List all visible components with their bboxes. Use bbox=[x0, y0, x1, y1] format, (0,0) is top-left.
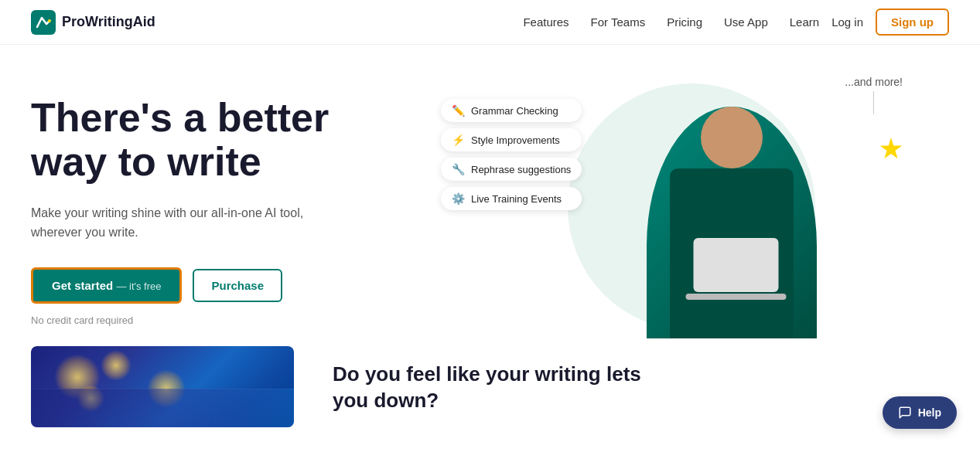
navbar: ProWritingAid Features For Teams Pricing… bbox=[0, 0, 980, 45]
nav-use-app[interactable]: Use App bbox=[724, 15, 768, 29]
nav-pricing[interactable]: Pricing bbox=[667, 15, 702, 29]
signup-button[interactable]: Sign up bbox=[876, 8, 949, 36]
grammar-icon: ✏️ bbox=[452, 104, 465, 117]
and-more-label: ...and more! bbox=[845, 76, 903, 114]
logo[interactable]: ProWritingAid bbox=[31, 10, 155, 35]
feature-pills: ✏️ Grammar Checking ⚡ Style Improvements… bbox=[441, 99, 582, 210]
pill-training: ⚙️ Live Training Events bbox=[441, 187, 582, 210]
login-link[interactable]: Log in bbox=[831, 15, 863, 29]
hero-section: There's a better way to write Make your … bbox=[0, 45, 980, 338]
nav-teams[interactable]: For Teams bbox=[591, 15, 646, 29]
pill-style: ⚡ Style Improvements bbox=[441, 128, 582, 151]
svg-rect-0 bbox=[31, 10, 56, 35]
person-laptop bbox=[693, 238, 778, 292]
hero-content: There's a better way to write Make your … bbox=[31, 88, 433, 326]
training-icon: ⚙️ bbox=[452, 192, 465, 205]
starry-night-bg bbox=[31, 346, 294, 427]
svg-point-1 bbox=[48, 19, 51, 22]
logo-text: ProWritingAid bbox=[62, 14, 155, 30]
pill-grammar: ✏️ Grammar Checking bbox=[441, 99, 582, 122]
bottom-tagline-area: Do you feel like your writing lets you d… bbox=[302, 346, 949, 430]
help-label: Help bbox=[918, 406, 941, 419]
pill-training-label: Live Training Events bbox=[471, 193, 562, 205]
chat-icon bbox=[898, 406, 912, 420]
hero-buttons: Get started — it's free Purchase bbox=[31, 267, 433, 304]
no-credit-card-text: No credit card required bbox=[31, 314, 433, 326]
style-icon: ⚡ bbox=[452, 134, 465, 146]
hero-person bbox=[631, 91, 832, 338]
nav-features[interactable]: Features bbox=[523, 15, 569, 29]
bottom-artwork bbox=[31, 346, 302, 430]
nav-learn[interactable]: Learn bbox=[790, 15, 819, 29]
hero-illustration: ...and more! ✏️ Grammar Checking ⚡ Style… bbox=[433, 76, 949, 338]
bottom-section: Do you feel like your writing lets you d… bbox=[0, 346, 980, 430]
person-head bbox=[701, 107, 763, 168]
swirl-2 bbox=[101, 350, 131, 381]
pill-rephrase: 🔧 Rephrase suggestions bbox=[441, 158, 582, 181]
star-badge bbox=[879, 138, 903, 161]
hero-subtitle: Make your writing shine with our all-in-… bbox=[31, 203, 340, 243]
logo-icon bbox=[31, 10, 56, 35]
hero-title: There's a better way to write bbox=[31, 96, 433, 184]
artwork-container bbox=[31, 346, 294, 427]
help-button[interactable]: Help bbox=[883, 396, 957, 429]
pill-rephrase-label: Rephrase suggestions bbox=[471, 164, 571, 175]
pill-grammar-label: Grammar Checking bbox=[471, 105, 558, 117]
nav-links: Features For Teams Pricing Use App Learn bbox=[523, 15, 819, 29]
purchase-button[interactable]: Purchase bbox=[193, 269, 282, 302]
artwork-bottom bbox=[31, 389, 294, 427]
get-started-button[interactable]: Get started — it's free bbox=[31, 267, 182, 304]
rephrase-icon: 🔧 bbox=[452, 163, 465, 175]
bottom-tagline: Do you feel like your writing lets you d… bbox=[333, 362, 642, 414]
pill-style-label: Style Improvements bbox=[471, 134, 560, 146]
